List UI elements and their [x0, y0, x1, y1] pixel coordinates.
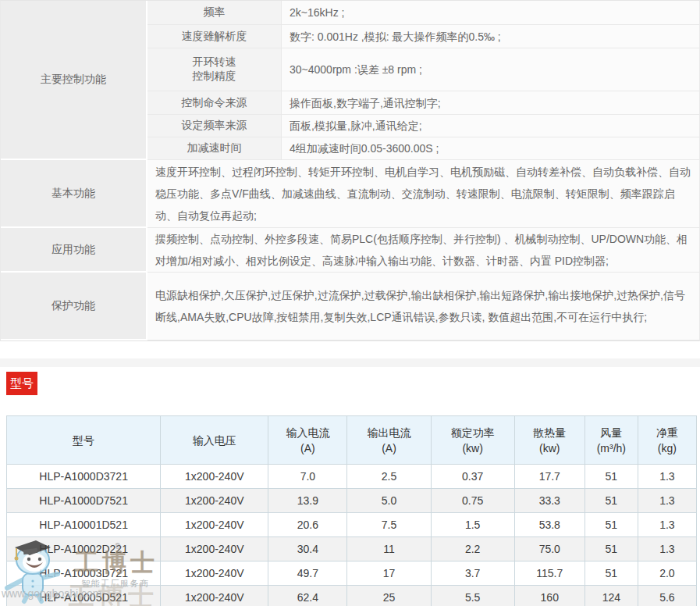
section-badge-model[interactable]: 型号 [6, 372, 37, 395]
table-cell: 75.0 [514, 537, 585, 561]
table-row: HLP-A1000D7521 1x200-240V 13.9 5.0 0.75 … [7, 489, 697, 513]
table-cell: HLP-A10001D521 [7, 513, 161, 537]
table-cell: 17 [347, 561, 431, 586]
table-row: 保护功能 电源缺相保护,欠压保护,过压保护,过流保护,过载保护,输出缺相保护,输… [1, 273, 699, 340]
table-cell: 20.6 [268, 513, 347, 537]
model-table: 型号 输入电压 输入电流(A) 输出电流(A) 额定功率(kw) 散热量(kw)… [6, 415, 697, 606]
table-cell: 0.37 [431, 465, 514, 489]
table-cell: 1x200-240V [161, 465, 268, 489]
table-cell: 25 [347, 586, 431, 606]
table-cell: 7.0 [268, 465, 347, 489]
header-name: 散热量 [517, 425, 583, 440]
table-cell: HLP-A10005D521 [7, 586, 161, 606]
spec-row-value: 数字: 0.001Hz ,模拟: 最大操作频率的0.5‰ ; [282, 25, 699, 48]
table-cell: HLP-A1000D3721 [7, 465, 161, 489]
column-header: 输入电压 [161, 416, 268, 465]
table-cell: 124 [585, 586, 638, 606]
table-cell: 1x200-240V [161, 513, 268, 537]
header-name: 风量 [587, 425, 636, 440]
table-cell: 2.0 [638, 561, 696, 586]
table-cell: 53.8 [514, 513, 585, 537]
table-cell: HLP-A10003D721 [7, 561, 161, 586]
table-cell: 1.3 [638, 513, 696, 537]
table-row: HLP-A10002D221 1x200-240V 30.4 11 2.2 75… [7, 537, 697, 561]
header-name: 输出电流 [349, 425, 428, 440]
table-row: HLP-A10001D521 1x200-240V 20.6 7.5 1.5 5… [7, 513, 697, 537]
header-unit: (kw) [433, 440, 513, 456]
table-row: 基本功能 速度开环控制、过程闭环控制、转矩开环控制、电机自学习、电机预励磁、自动… [1, 160, 699, 228]
table-cell: 0.75 [431, 489, 514, 513]
table-cell: 51 [585, 465, 638, 489]
header-name: 净重 [640, 425, 695, 440]
spec-group-label: 主要控制功能 [1, 1, 147, 160]
spec-row-label: 速度雖解析度 [147, 25, 282, 48]
table-row: 应用功能 摆频控制、点动控制、外控多段速、简易PLC(包括顺序控制、并行控制) … [1, 228, 699, 273]
table-cell: 49.7 [268, 561, 347, 586]
table-cell: 5.0 [347, 489, 431, 513]
header-name: 额定功率 [433, 425, 513, 440]
spec-label-line2: 控制精度 [147, 70, 281, 84]
table-cell: 51 [585, 537, 638, 561]
spec-row-value: 操作面板,数字端子,通讯控制字; [282, 91, 699, 115]
table-cell: 1x200-240V [161, 537, 268, 561]
header-unit: (A) [270, 440, 345, 456]
spec-row-label: 频率 [147, 1, 282, 25]
header-unit: (m³/h) [587, 440, 636, 456]
table-cell: 1x200-240V [161, 489, 268, 513]
spec-row-value: 30~4000rpm :误差 ±8 rpm ; [282, 48, 699, 91]
column-header: 散热量(kw) [514, 416, 585, 465]
column-header: 净重(kg) [638, 416, 696, 465]
spec-row-label: 设定频率来源 [147, 115, 282, 137]
table-cell: 160 [514, 586, 585, 606]
table-cell: 51 [585, 489, 638, 513]
spec-table: 主要控制功能 频率 2k~16kHz ; 速度雖解析度 数字: 0.001Hz … [0, 0, 700, 341]
table-cell: HLP-A1000D7521 [7, 489, 161, 513]
spec-row-label: 保护功能 [1, 273, 147, 340]
table-cell: 62.4 [268, 586, 347, 606]
table-cell: 5.6 [638, 586, 696, 606]
spec-row-label: 基本功能 [1, 160, 147, 228]
table-cell: 1.5 [431, 513, 514, 537]
spec-row-label: 加减速时间 [147, 137, 282, 160]
spec-row-value: 电源缺相保护,欠压保护,过压保护,过流保护,过载保护,输出缺相保护,输出短路保护… [147, 273, 699, 340]
table-cell: 1x200-240V [161, 561, 268, 586]
header-unit: (kg) [640, 440, 695, 456]
column-header: 额定功率(kw) [431, 416, 514, 465]
header-unit: (A) [349, 440, 428, 456]
column-header: 风量(m³/h) [585, 416, 638, 465]
table-cell: 115.7 [514, 561, 585, 586]
table-cell: 13.9 [268, 489, 347, 513]
table-cell: 33.3 [514, 489, 585, 513]
spec-row-value: 2k~16kHz ; [282, 1, 699, 25]
spec-row-label: 应用功能 [1, 228, 147, 273]
table-cell: HLP-A10002D221 [7, 537, 161, 561]
section-divider [0, 358, 700, 367]
spec-row-value: 面板,模拟量,脉冲,通讯给定; [282, 115, 699, 137]
table-cell: 1.3 [638, 465, 696, 489]
spec-label-line1: 开环转速 [147, 55, 281, 70]
table-cell: 11 [347, 537, 431, 561]
spec-row-label: 开环转速 控制精度 [147, 48, 282, 91]
table-header-row: 型号 输入电压 输入电流(A) 输出电流(A) 额定功率(kw) 散热量(kw)… [7, 416, 697, 465]
table-cell: 51 [585, 561, 638, 586]
table-cell: 1.3 [638, 489, 696, 513]
table-cell: 30.4 [268, 537, 347, 561]
spec-row-value: 4组加减速时间0.05-3600.00S ; [282, 137, 699, 160]
column-header: 输入电流(A) [268, 416, 347, 465]
header-unit: (kw) [517, 440, 583, 456]
table-cell: 17.7 [514, 465, 585, 489]
table-cell: 7.5 [347, 513, 431, 537]
table-cell: 1.3 [638, 537, 696, 561]
header-name: 输入电流 [270, 425, 345, 440]
table-row: HLP-A10005D521 1x200-240V 62.4 25 5.5 16… [7, 586, 697, 606]
table-cell: 2.5 [347, 465, 431, 489]
table-row: HLP-A10003D721 1x200-240V 49.7 17 3.7 11… [7, 561, 697, 586]
table-cell: 3.7 [431, 561, 514, 586]
column-header: 型号 [7, 416, 161, 465]
header-name: 输入电压 [162, 433, 266, 448]
table-cell: 1x200-240V [161, 586, 268, 606]
column-header: 输出电流(A) [347, 416, 431, 465]
spec-row-value: 速度开环控制、过程闭环控制、转矩开环控制、电机自学习、电机预励磁、自动转差补偿、… [147, 160, 699, 228]
spec-row-label: 控制命令来源 [147, 91, 282, 115]
header-name: 型号 [9, 433, 158, 448]
